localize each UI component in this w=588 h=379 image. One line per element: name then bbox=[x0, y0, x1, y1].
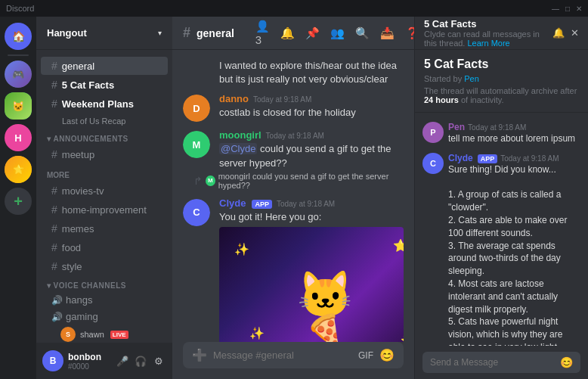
message-continuation: I wanted to explore this/hear out the id… bbox=[183, 59, 404, 86]
sparkle-icon: 🌟 bbox=[401, 334, 404, 342]
learn-more-link[interactable]: Learn More bbox=[467, 39, 509, 48]
server-home[interactable]: 🏠 bbox=[5, 23, 32, 50]
thread-msg-body: Clyde APP Today at 9:18 AM Sure thing! D… bbox=[448, 153, 580, 346]
chevron-down-icon: ▾ bbox=[158, 29, 162, 37]
channel-name-movies: movies-tv bbox=[62, 185, 104, 197]
channel-item-home[interactable]: # home-improvement bbox=[41, 200, 168, 219]
sparkle-icon: ✨ bbox=[234, 242, 249, 256]
server-header[interactable]: Hangout ▾ bbox=[36, 17, 172, 50]
channel-name-meetup: meetup bbox=[62, 149, 94, 160]
hash-icon: # bbox=[51, 79, 57, 91]
message-author: Clyde bbox=[219, 197, 246, 209]
thread-msg-text: tell me more about lorem ipsum bbox=[448, 132, 580, 145]
people-icon[interactable]: 👥 bbox=[330, 26, 345, 40]
pizza-emoji: 🍕 bbox=[306, 312, 344, 342]
close-button[interactable]: ✕ bbox=[576, 5, 582, 13]
channel-item-general[interactable]: # general bbox=[41, 57, 168, 75]
server-icon-2[interactable]: 🐱 bbox=[5, 92, 32, 120]
pin-icon[interactable]: 📌 bbox=[305, 26, 320, 40]
channel-item-meetup[interactable]: # meetup bbox=[41, 145, 168, 163]
voice-channels-header[interactable]: ▾ VOICE CHANNELS bbox=[36, 278, 172, 291]
channel-item-style[interactable]: # style bbox=[41, 257, 168, 275]
voice-user-shawn[interactable]: S shawn LIVE bbox=[57, 325, 168, 343]
hash-icon: # bbox=[51, 222, 57, 235]
message-group: M moongirl Today at 9:18 AM @Clyde could… bbox=[172, 128, 414, 192]
thread-msg-header: C Clyde APP Today at 9:18 AM Sure thing!… bbox=[422, 153, 580, 346]
speaker-icon: 🔊 bbox=[51, 295, 63, 306]
thread-panel: 5 Cat Facts Clyde can read all messages … bbox=[414, 17, 588, 379]
hash-icon: # bbox=[51, 185, 57, 197]
message-avatar: C bbox=[183, 199, 210, 226]
user-controls: 🎤 🎧 ⚙ bbox=[115, 353, 166, 368]
message-header: Clyde APP Today at 9:18 AM bbox=[219, 197, 404, 209]
channel-item-memes[interactable]: # memes bbox=[41, 219, 168, 238]
thread-emoji-icon[interactable]: 😊 bbox=[560, 356, 573, 368]
thread-messages: P Pen Today at 9:18 AM tell me more abou… bbox=[415, 113, 588, 346]
chat-input[interactable] bbox=[213, 349, 352, 361]
channel-item-weekend[interactable]: # Weekend Plans bbox=[41, 95, 168, 113]
hash-icon: # bbox=[51, 60, 57, 72]
channel-hash-icon: # bbox=[183, 25, 190, 41]
headphone-button[interactable]: 🎧 bbox=[133, 353, 148, 368]
reply-curve-icon: ↱ bbox=[193, 175, 203, 187]
minimize-button[interactable]: — bbox=[552, 5, 559, 13]
voice-channel-gaming[interactable]: 🔊 gaming bbox=[41, 309, 168, 325]
chat-channel-name: general bbox=[197, 27, 234, 39]
channel-item-cat-facts[interactable]: # 5 Cat Facts bbox=[41, 76, 168, 94]
header-icons: 👤 3 🔔 📌 👥 🔍 📥 ❓ bbox=[255, 20, 419, 46]
bot-tag: APP bbox=[252, 200, 272, 209]
maximize-button[interactable]: □ bbox=[565, 5, 570, 13]
thread-panel-subtitle: Clyde can read all messages in this thre… bbox=[424, 30, 552, 48]
emoji-icon[interactable]: 😊 bbox=[379, 348, 395, 362]
settings-button[interactable]: ⚙ bbox=[151, 353, 166, 368]
section-header-announcements[interactable]: ▾ announcements bbox=[36, 132, 172, 144]
voice-channel-hangs[interactable]: 🔊 hangs bbox=[41, 292, 168, 308]
sparkle-icon: ⭐ bbox=[393, 238, 404, 253]
message-timestamp: Today at 9:18 AM bbox=[277, 200, 335, 208]
hash-icon: # bbox=[51, 98, 57, 110]
members-icon[interactable]: 👤 3 bbox=[255, 20, 270, 46]
bell-icon[interactable]: 🔔 bbox=[280, 26, 295, 40]
channel-name-memes: memes bbox=[62, 223, 94, 235]
thread-description: 5 Cat Facts Started by Pen The thread wi… bbox=[415, 50, 588, 113]
add-server-button[interactable]: + bbox=[5, 188, 32, 215]
gif-icon[interactable]: GIF bbox=[358, 350, 373, 361]
more-section: MORE # movies-tv # home-improvement # me… bbox=[36, 166, 172, 275]
sparkle-icon: ✨ bbox=[249, 326, 265, 340]
live-badge: LIVE bbox=[110, 331, 128, 339]
channel-name-weekend: Weekend Plans bbox=[62, 98, 134, 110]
thread-input[interactable] bbox=[430, 357, 560, 368]
thread-msg-body: Pen Today at 9:18 AM tell me more about … bbox=[448, 122, 580, 145]
channel-item-recap[interactable]: Last of Us Recap bbox=[41, 113, 168, 129]
message-timestamp: Today at 9:18 AM bbox=[266, 132, 324, 140]
message-avatar: D bbox=[183, 95, 210, 122]
thread-header-info: 5 Cat Facts Clyde can read all messages … bbox=[424, 18, 552, 48]
message-text: You got it! Here you go: bbox=[219, 210, 404, 224]
avatar-letter: B bbox=[50, 356, 57, 366]
thread-msg-time: Today at 9:18 AM bbox=[468, 123, 526, 132]
collapse-icon: ▾ bbox=[47, 135, 51, 143]
thread-bell-icon[interactable]: 🔔 bbox=[552, 27, 565, 39]
server-icon-3[interactable]: H bbox=[5, 124, 32, 151]
messages-container: I wanted to explore this/hear out the id… bbox=[172, 50, 414, 342]
server-icon-4[interactable]: 🌟 bbox=[5, 156, 32, 183]
channel-item-movies[interactable]: # movies-tv bbox=[41, 182, 168, 200]
server-icon-1[interactable]: 🎮 bbox=[5, 61, 32, 88]
microphone-button[interactable]: 🎤 bbox=[115, 353, 130, 368]
message-timestamp: Today at 9:18 AM bbox=[253, 95, 311, 104]
thread-msg-author: Pen bbox=[448, 122, 465, 132]
search-icon[interactable]: 🔍 bbox=[355, 26, 370, 40]
channel-item-food[interactable]: # food bbox=[41, 238, 168, 256]
bot-tag: APP bbox=[478, 154, 498, 163]
thread-panel-header: 5 Cat Facts Clyde can read all messages … bbox=[415, 17, 588, 50]
message-header: danno Today at 9:18 AM bbox=[219, 93, 404, 104]
channel-name-recap: Last of Us Recap bbox=[62, 116, 125, 126]
thread-close-icon[interactable]: ✕ bbox=[571, 27, 579, 39]
message-content: Clyde APP Today at 9:18 AM You got it! H… bbox=[219, 197, 404, 342]
inbox-icon[interactable]: 📥 bbox=[380, 26, 395, 40]
message-group: I wanted to explore this/hear out the id… bbox=[172, 57, 414, 89]
channel-name-food: food bbox=[62, 242, 81, 253]
add-icon[interactable]: ➕ bbox=[192, 348, 207, 362]
message-group: C Clyde APP Today at 9:18 AM You got it!… bbox=[172, 196, 414, 342]
user-info: bonbon #0000 bbox=[68, 352, 110, 371]
